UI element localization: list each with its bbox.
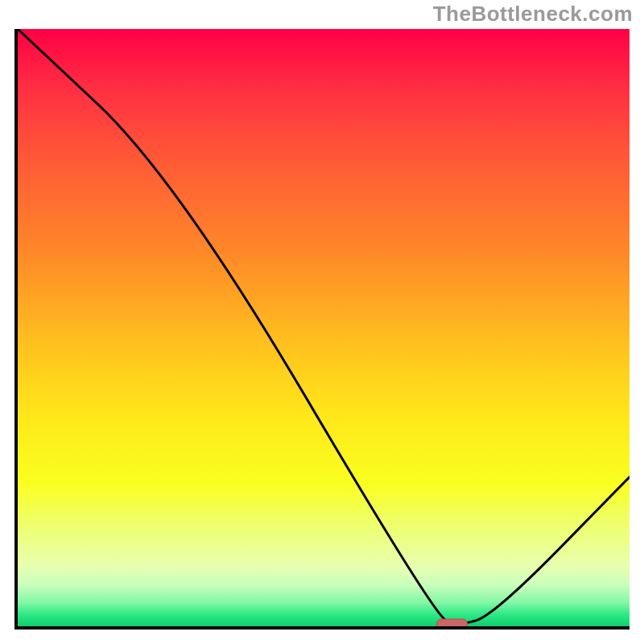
bottleneck-curve bbox=[18, 29, 630, 623]
chart-plot-area bbox=[14, 29, 630, 630]
watermark-text: TheBottleneck.com bbox=[433, 2, 633, 27]
optimal-marker bbox=[437, 619, 468, 626]
chart-svg-overlay bbox=[18, 29, 630, 626]
